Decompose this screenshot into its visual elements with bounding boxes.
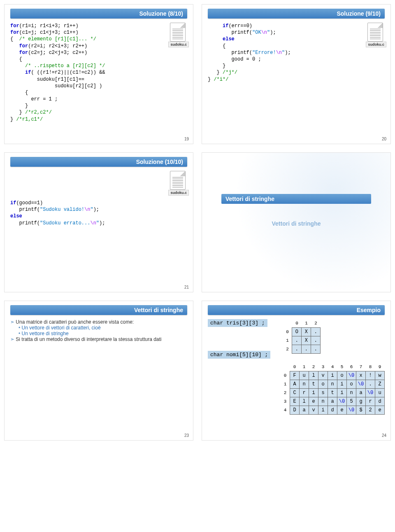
file-icon [170, 23, 186, 42]
nomi-table: 01234567890Fulvio\0x!w1Antonio\0.Z2Crist… [281, 363, 385, 415]
page-number: 23 [184, 433, 189, 438]
slide-title-vettori: Vettori di stringhe Vettori di stringhe [202, 152, 391, 292]
page-number: 21 [184, 285, 189, 289]
section-title: Vettori di stringhe [221, 194, 371, 204]
page-number: 20 [382, 137, 386, 141]
slide-title: Soluzione (10/10) [10, 157, 187, 167]
slide-title: Vettori di stringhe [10, 305, 187, 315]
slide-vettori-stringhe: Vettori di stringhe Una matrice di carat… [4, 301, 193, 441]
page-number: 19 [184, 137, 189, 141]
bullet-subitem: Un vettore di stringhe [19, 331, 187, 336]
slide-soluzione-8: Soluzione (8/10) sudoku.c for(r1=i; r1<i… [4, 4, 193, 144]
slide-title: Soluzione (8/10) [10, 9, 187, 19]
tris-table: 0120OX.1.X.2... [283, 319, 321, 354]
code-decl-nomi: char nomi[5][10] ; [208, 351, 270, 359]
code-block: for(r1=i; r1<i+3; r1++) for(c1=j; c1<j+3… [10, 23, 187, 123]
slide-soluzione-9: Soluzione (9/10) sudoku.c if(err==0) pri… [202, 4, 391, 144]
file-label: sudoku.c [168, 42, 189, 47]
slide-title: Soluzione (9/10) [208, 9, 385, 19]
code-decl-tris: char tris[3][3] ; [208, 319, 267, 327]
bullet-list: Una matrice di caratteri può anche esser… [10, 319, 187, 342]
file-icon [367, 23, 383, 42]
bullet-item: Una matrice di caratteri può anche esser… [10, 319, 187, 325]
page-number: 24 [382, 433, 386, 438]
file-icon [170, 171, 186, 190]
file-label: sudoku.c [366, 42, 386, 47]
slide-title: Esempio [208, 305, 385, 315]
tris-table-container: 0120OX.1.X.2... [283, 319, 321, 354]
code-block: if(good==1) printf("Sudoku valido!\n"); … [10, 200, 187, 226]
bullet-item: Si tratta di un metodo diverso di interp… [10, 336, 187, 342]
section-subtitle: Vettori di stringhe [272, 220, 321, 227]
file-label: sudoku.c [168, 190, 189, 196]
slide-soluzione-10: Soluzione (10/10) sudoku.c if(good==1) p… [4, 152, 193, 292]
bullet-subitem: Un vettore di vettori di caratteri, cioè [19, 325, 187, 331]
slide-esempio: Esempio char tris[3][3] ; char nomi[5][1… [202, 301, 391, 441]
code-block: if(err==0) printf("OK\n"); else { printf… [208, 23, 385, 83]
